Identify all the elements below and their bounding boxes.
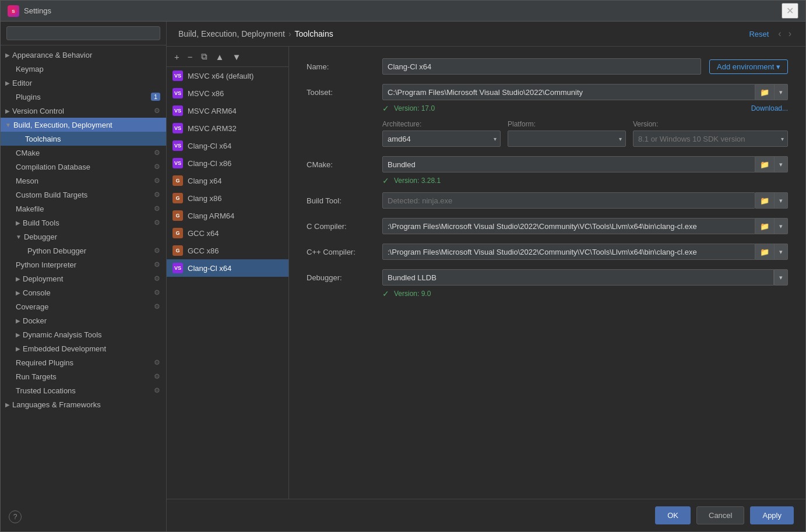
build-tool-input-group: 📁 ▾ — [382, 192, 788, 209]
version-label: Version: — [633, 120, 788, 128]
tc-item-label: Clang x86 — [188, 194, 222, 203]
tc-item-clang-arm64[interactable]: G Clang ARM64 — [167, 207, 288, 224]
platform-input[interactable] — [508, 131, 615, 146]
sidebar-item-label: Embedded Development — [23, 344, 106, 353]
reset-link[interactable]: Reset — [749, 30, 769, 38]
build-tool-browse-button[interactable]: 📁 — [755, 192, 775, 209]
move-up-button[interactable]: ▲ — [213, 51, 227, 63]
apply-button[interactable]: Apply — [750, 506, 794, 524]
tc-item-clang-cl-x86[interactable]: VS Clang-Cl x86 — [167, 154, 288, 172]
name-input[interactable] — [382, 58, 701, 75]
debugger-dropdown-button[interactable]: ▾ — [774, 269, 788, 286]
sidebar-item-languages[interactable]: ▶ Languages & Frameworks — [1, 397, 166, 411]
sidebar-item-build-tools[interactable]: ▶ Build Tools ⚙ — [1, 216, 166, 230]
sidebar-item-label: CMake — [16, 149, 40, 157]
sidebar-item-keymap[interactable]: Keymap — [1, 62, 166, 76]
arch-select[interactable]: ▾ — [382, 131, 501, 147]
version-input[interactable] — [633, 131, 777, 146]
cancel-button[interactable]: Cancel — [696, 506, 744, 524]
platform-select[interactable]: ▾ — [508, 131, 626, 147]
sidebar-item-coverage[interactable]: Coverage ⚙ — [1, 300, 166, 313]
tc-item-msvc-x64[interactable]: VS MSVC x64 (default) — [167, 67, 288, 84]
sidebar-item-label: Plugins — [16, 93, 41, 101]
c-compiler-dropdown-button[interactable]: ▾ — [775, 218, 788, 234]
add-environment-button[interactable]: Add environment ▾ — [709, 59, 788, 74]
toolset-dropdown-button[interactable]: ▾ — [775, 84, 788, 100]
debugger-input[interactable] — [382, 269, 774, 286]
tc-icon-msvc: VS — [173, 71, 183, 81]
titlebar-left: S Settings — [8, 5, 51, 17]
move-down-button[interactable]: ▼ — [229, 51, 244, 63]
help-button[interactable]: ? — [9, 510, 22, 523]
cmake-browse-button[interactable]: 📁 — [755, 156, 775, 172]
tc-icon-msvc: VS — [173, 123, 183, 133]
tc-item-clang-x86[interactable]: G Clang x86 — [167, 189, 288, 207]
cpp-compiler-browse-button[interactable]: 📁 — [755, 244, 775, 260]
build-tool-input[interactable] — [382, 192, 755, 209]
sidebar-item-plugins[interactable]: Plugins 1 — [1, 90, 166, 104]
c-compiler-input[interactable] — [382, 218, 755, 234]
expand-arrow: ▶ — [16, 332, 20, 338]
tc-item-gcc-x86[interactable]: G GCC x86 — [167, 242, 288, 259]
tc-item-label: Clang x64 — [188, 177, 222, 185]
tc-item-msvc-arm64[interactable]: VS MSVC ARM64 — [167, 102, 288, 119]
sidebar-item-custom-build[interactable]: Custom Build Targets ⚙ — [1, 188, 166, 202]
sidebar-item-compilation-db[interactable]: Compilation Database ⚙ — [1, 160, 166, 174]
sidebar-item-meson[interactable]: Meson ⚙ — [1, 174, 166, 188]
tc-item-clang-x64[interactable]: G Clang x64 — [167, 172, 288, 189]
sidebar-item-embedded[interactable]: ▶ Embedded Development — [1, 341, 166, 355]
remove-toolchain-button[interactable]: − — [185, 51, 196, 63]
toolset-input-group: 📁 ▾ — [382, 84, 788, 100]
sidebar-item-appearance[interactable]: ▶ Appearance & Behavior — [1, 48, 166, 62]
toolset-input[interactable] — [382, 84, 755, 100]
copy-toolchain-button[interactable]: ⧉ — [198, 50, 210, 63]
add-toolchain-button[interactable]: + — [171, 51, 182, 63]
sidebar-item-trusted-locations[interactable]: Trusted Locations ⚙ — [1, 383, 166, 397]
sidebar-item-makefile[interactable]: Makefile ⚙ — [1, 202, 166, 216]
version-select[interactable]: ▾ — [633, 131, 788, 147]
expand-arrow: ▼ — [5, 122, 11, 128]
cmake-label: CMake: — [307, 160, 382, 169]
architecture-field: Architecture: ▾ — [382, 120, 501, 147]
sidebar-item-run-targets[interactable]: Run Targets ⚙ — [1, 369, 166, 383]
toolset-browse-button[interactable]: 📁 — [755, 84, 775, 100]
sidebar-item-toolchains[interactable]: Toolchains — [1, 132, 166, 146]
tc-icon-clang-vs: VS — [173, 140, 183, 151]
download-link[interactable]: Download... — [751, 104, 788, 112]
version-field: Version: ▾ — [633, 120, 788, 147]
cmake-input[interactable] — [382, 156, 755, 172]
tc-item-clang-cl-x64[interactable]: VS Clang-Cl x64 — [167, 137, 288, 154]
sidebar-item-build-exec[interactable]: ▼ Build, Execution, Deployment — [1, 118, 166, 132]
sidebar-item-deployment[interactable]: ▶ Deployment ⚙ — [1, 272, 166, 286]
sidebar-item-docker[interactable]: ▶ Docker — [1, 313, 166, 327]
name-control: Add environment ▾ — [382, 58, 788, 75]
sidebar-item-python-debugger[interactable]: Python Debugger ⚙ — [1, 244, 166, 258]
ok-button[interactable]: OK — [655, 506, 691, 524]
sidebar-item-required-plugins[interactable]: Required Plugins ⚙ — [1, 355, 166, 369]
expand-arrow: ▶ — [5, 401, 10, 408]
tc-icon-msvc: VS — [173, 105, 183, 116]
tc-item-clang-cl-x64-selected[interactable]: VS Clang-Cl x64 — [167, 259, 288, 277]
tc-item-gcc-x64[interactable]: G GCC x64 — [167, 224, 288, 242]
sidebar-item-python-interpreter[interactable]: Python Interpreter ⚙ — [1, 258, 166, 272]
sidebar-item-dynamic-analysis[interactable]: ▶ Dynamic Analysis Tools — [1, 327, 166, 341]
sidebar-item-version-control[interactable]: ▶ Version Control ⚙ — [1, 104, 166, 118]
tc-item-msvc-arm32[interactable]: VS MSVC ARM32 — [167, 119, 288, 137]
cpp-compiler-input[interactable] — [382, 244, 755, 260]
back-button[interactable]: ‹ — [776, 27, 783, 40]
cmake-dropdown-button[interactable]: ▾ — [775, 156, 788, 172]
forward-button[interactable]: › — [786, 27, 794, 40]
arch-input[interactable] — [383, 131, 490, 146]
build-tool-dropdown-button[interactable]: ▾ — [775, 192, 788, 209]
sidebar-item-editor[interactable]: ▶ Editor — [1, 76, 166, 90]
toolchain-toolbar: + − ⧉ ▲ ▼ — [167, 47, 288, 67]
sidebar-item-debugger[interactable]: ▼ Debugger — [1, 230, 166, 244]
sidebar-item-console[interactable]: ▶ Console ⚙ — [1, 286, 166, 300]
expand-arrow: ▶ — [5, 80, 10, 86]
search-input[interactable] — [6, 26, 160, 40]
cpp-compiler-dropdown-button[interactable]: ▾ — [775, 244, 788, 260]
tc-item-msvc-x86[interactable]: VS MSVC x86 — [167, 84, 288, 102]
c-compiler-browse-button[interactable]: 📁 — [755, 218, 775, 234]
sidebar-item-cmake[interactable]: CMake ⚙ — [1, 146, 166, 160]
close-button[interactable]: ✕ — [782, 3, 798, 19]
